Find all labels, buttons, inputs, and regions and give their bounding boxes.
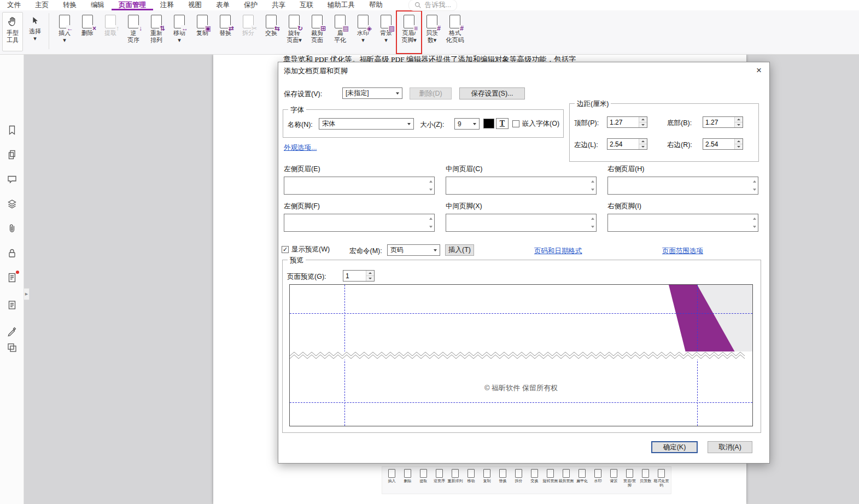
scroll-down-icon[interactable] [429,226,433,230]
scroll-down-icon[interactable] [753,226,756,230]
cancel-button[interactable]: 取消(A) [708,441,752,453]
left-margin-input[interactable] [607,139,639,149]
spin-down-icon[interactable] [366,276,374,281]
scroll-down-icon[interactable] [429,189,433,192]
header-footer-button[interactable]: ≡ 页眉/ 页脚▾ [398,12,420,52]
spin-down-icon[interactable] [639,144,647,149]
section-textarea[interactable] [446,177,589,194]
font-color-swatch[interactable] [483,119,494,128]
tab-form[interactable]: 表单 [209,0,237,10]
tab-protect[interactable]: 保护 [237,0,265,10]
underline-style-button[interactable]: T [496,118,509,129]
attachments-icon[interactable] [7,223,17,234]
macro-select[interactable]: 页码 [387,244,440,256]
tab-accessibility[interactable]: 辅助工具 [320,0,362,10]
ok-button[interactable]: 确定(K) [651,441,698,453]
replace-pages-button[interactable]: ⇄ 替换 [214,12,237,52]
spin-down-icon[interactable] [735,122,743,127]
top-margin-input[interactable] [607,117,639,127]
reverse-order-button[interactable]: ↓ 逆 页序 [122,12,145,52]
tab-organize[interactable]: 页面管理 [112,0,153,10]
spin-down-icon[interactable] [735,144,743,149]
tab-convert[interactable]: 转换 [56,0,84,10]
scroll-down-icon[interactable] [591,226,594,230]
font-size-select[interactable]: 9 [454,118,480,130]
spin-up-icon[interactable] [366,271,374,276]
split-button[interactable]: ✂ 拆分 [237,12,260,52]
search-pill[interactable]: 告诉我... [408,0,457,11]
bates-numbering-button[interactable]: # 贝茨 数▾ [420,12,443,52]
section-textbox[interactable] [607,177,758,195]
tab-connect[interactable]: 互联 [293,0,320,10]
font-name-select[interactable]: 宋体 [319,118,414,130]
content-panel-icon[interactable] [7,342,17,353]
crop-pages-button[interactable]: ⊞ 裁剪 页面 [306,12,329,52]
scroll-up-icon[interactable] [591,216,594,220]
comments-icon[interactable] [7,174,17,185]
spin-up-icon[interactable] [639,117,647,122]
section-textbox[interactable] [607,214,758,232]
select-tool-button[interactable]: 选择 ▾ [25,12,45,52]
show-preview-checkbox[interactable]: ✓ 显示预览(W) [282,245,330,254]
scroll-down-icon[interactable] [753,189,756,192]
page-thumbnails-icon[interactable] [7,149,17,160]
save-setting-button[interactable]: 保存设置(S)... [459,87,525,99]
page-range-options-link[interactable]: 页面范围选项 [662,247,703,256]
section-textbox[interactable] [446,177,597,195]
section-textarea[interactable] [608,214,751,231]
tab-home[interactable]: 主页 [28,0,56,10]
section-textarea[interactable] [608,177,751,194]
right-margin-input[interactable] [703,139,734,149]
tab-edit[interactable]: 编辑 [84,0,112,10]
section-textbox[interactable] [446,214,597,232]
scroll-up-icon[interactable] [753,179,756,183]
delete-setting-button[interactable]: 删除(D) [410,87,452,99]
page-preview-spinner[interactable] [343,270,375,282]
spin-up-icon[interactable] [735,139,743,144]
insert-macro-button[interactable]: 插入(T) [445,244,474,256]
top-margin-spinner[interactable] [607,116,647,128]
save-settings-select[interactable]: [未指定] [342,87,402,99]
layers-icon[interactable] [7,198,17,209]
tab-view[interactable]: 视图 [181,0,209,10]
scroll-up-icon[interactable] [753,216,756,220]
insert-pages-button[interactable]: ← 插入 ▾ [53,12,76,52]
tab-share[interactable]: 共享 [265,0,293,10]
bottom-margin-input[interactable] [703,117,734,127]
swap-pages-button[interactable]: ⇆ 交换 [260,12,283,52]
scroll-up-icon[interactable] [429,179,433,183]
fields-icon[interactable] [7,300,17,310]
section-textarea[interactable] [284,214,427,231]
scroll-down-icon[interactable] [591,189,594,192]
number-date-format-link[interactable]: 页码和日期格式 [534,247,582,256]
watermark-button[interactable]: ◈ 水印 ▾ [352,12,375,52]
section-textarea[interactable] [446,214,589,231]
move-pages-button[interactable]: ↔ 移动 ▾ [168,12,191,52]
rearrange-pages-button[interactable]: ⇅ 重新 排列 [145,12,168,52]
bookmarks-icon[interactable] [7,125,17,136]
hand-tool-button[interactable]: 手型 工具 [2,12,23,51]
left-margin-spinner[interactable] [607,138,647,150]
scroll-up-icon[interactable] [429,216,433,220]
rotate-pages-button[interactable]: ↻ 旋转 页面▾ [283,12,306,52]
tab-help[interactable]: 帮助 [362,0,390,10]
tab-file[interactable]: 文件 [0,0,28,10]
delete-pages-button[interactable]: × 删除 [76,12,99,52]
spin-down-icon[interactable] [639,122,647,127]
extract-pages-button[interactable]: ↑ 提取 [99,12,122,52]
spin-up-icon[interactable] [735,117,743,122]
section-textbox[interactable] [284,177,435,195]
tab-comment[interactable]: 注释 [153,0,181,10]
sign-icon[interactable] [7,326,17,337]
format-page-numbers-button[interactable]: # 格式 化页码 [443,12,466,52]
spin-up-icon[interactable] [639,139,647,144]
panel-expand-handle[interactable]: ▶ [24,288,30,300]
section-textbox[interactable] [284,214,435,232]
page-preview-input[interactable] [343,271,366,281]
duplicate-pages-button[interactable]: ▣ 复制 [191,12,214,52]
right-margin-spinner[interactable] [703,138,743,150]
scroll-up-icon[interactable] [591,179,594,183]
close-icon[interactable]: × [753,65,765,77]
bottom-margin-spinner[interactable] [703,116,743,128]
flatten-button[interactable]: ▤ 扁 平化 [329,12,352,52]
